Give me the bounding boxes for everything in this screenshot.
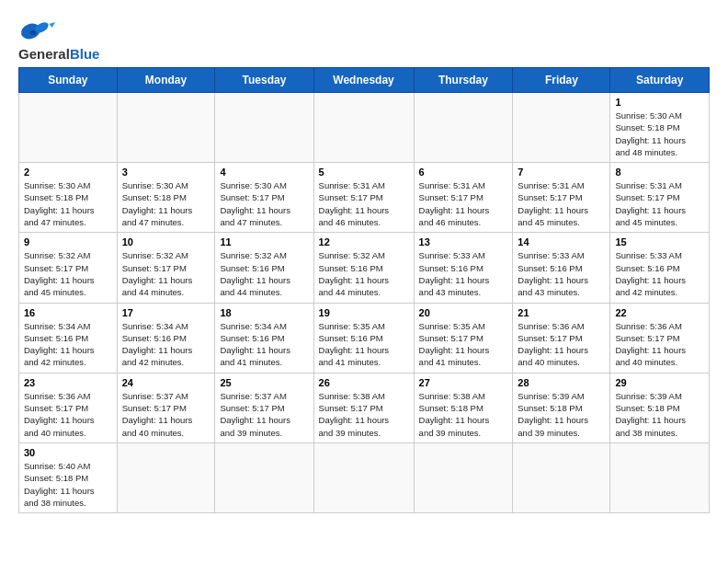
day-info: Sunrise: 5:31 AM Sunset: 5:17 PM Dayligh…: [319, 179, 409, 228]
calendar-cell: 1Sunrise: 5:30 AM Sunset: 5:18 PM Daylig…: [610, 93, 710, 163]
weekday-header-row: SundayMondayTuesdayWednesdayThursdayFrid…: [19, 68, 710, 93]
weekday-header-saturday: Saturday: [610, 68, 710, 93]
calendar-cell: 29Sunrise: 5:39 AM Sunset: 5:18 PM Dayli…: [610, 373, 710, 442]
calendar-cell: 2Sunrise: 5:30 AM Sunset: 5:18 PM Daylig…: [19, 163, 118, 233]
calendar-cell: 15Sunrise: 5:33 AM Sunset: 5:16 PM Dayli…: [610, 233, 710, 303]
day-number: 11: [220, 236, 308, 247]
weekday-header-thursday: Thursday: [414, 68, 513, 93]
calendar-cell: 20Sunrise: 5:35 AM Sunset: 5:17 PM Dayli…: [414, 303, 513, 373]
weekday-header-monday: Monday: [117, 68, 215, 93]
calendar-cell: [117, 93, 215, 163]
calendar-cell: 21Sunrise: 5:36 AM Sunset: 5:17 PM Dayli…: [513, 303, 610, 373]
day-number: 13: [419, 236, 508, 247]
day-number: 21: [518, 307, 605, 318]
day-info: Sunrise: 5:39 AM Sunset: 5:18 PM Dayligh…: [615, 390, 704, 439]
calendar-cell: 22Sunrise: 5:36 AM Sunset: 5:17 PM Dayli…: [610, 303, 710, 373]
calendar-cell: 14Sunrise: 5:33 AM Sunset: 5:16 PM Dayli…: [513, 233, 610, 303]
calendar-cell: [215, 93, 313, 163]
day-number: 4: [220, 167, 308, 178]
day-info: Sunrise: 5:34 AM Sunset: 5:16 PM Dayligh…: [220, 320, 308, 369]
day-number: 15: [615, 236, 704, 247]
day-number: 23: [24, 377, 112, 388]
calendar-week-5: 23Sunrise: 5:36 AM Sunset: 5:17 PM Dayli…: [19, 373, 710, 442]
day-info: Sunrise: 5:37 AM Sunset: 5:17 PM Dayligh…: [122, 390, 210, 439]
day-info: Sunrise: 5:36 AM Sunset: 5:17 PM Dayligh…: [615, 320, 704, 369]
logo-text-blue: Blue: [70, 46, 100, 62]
weekday-header-friday: Friday: [513, 68, 610, 93]
calendar-cell: 27Sunrise: 5:38 AM Sunset: 5:18 PM Dayli…: [414, 373, 513, 442]
calendar-cell: 12Sunrise: 5:32 AM Sunset: 5:16 PM Dayli…: [313, 233, 414, 303]
calendar-cell: [414, 442, 513, 512]
day-info: Sunrise: 5:31 AM Sunset: 5:17 PM Dayligh…: [419, 179, 508, 228]
calendar-week-3: 9Sunrise: 5:32 AM Sunset: 5:17 PM Daylig…: [19, 233, 710, 303]
logo: General Blue: [18, 18, 99, 62]
calendar-cell: [313, 442, 414, 512]
day-number: 18: [220, 307, 308, 318]
calendar-cell: 10Sunrise: 5:32 AM Sunset: 5:17 PM Dayli…: [117, 233, 215, 303]
day-number: 16: [24, 307, 112, 318]
logo-icon: [18, 18, 55, 44]
day-number: 1: [615, 97, 704, 108]
calendar-cell: 19Sunrise: 5:35 AM Sunset: 5:16 PM Dayli…: [313, 303, 414, 373]
calendar-cell: [117, 442, 215, 512]
calendar-cell: [513, 93, 610, 163]
day-number: 17: [122, 307, 210, 318]
day-info: Sunrise: 5:30 AM Sunset: 5:18 PM Dayligh…: [615, 109, 704, 158]
calendar-cell: 26Sunrise: 5:38 AM Sunset: 5:17 PM Dayli…: [313, 373, 414, 442]
day-info: Sunrise: 5:37 AM Sunset: 5:17 PM Dayligh…: [220, 390, 308, 439]
day-number: 9: [24, 236, 112, 247]
day-info: Sunrise: 5:35 AM Sunset: 5:17 PM Dayligh…: [419, 320, 508, 369]
calendar-cell: 25Sunrise: 5:37 AM Sunset: 5:17 PM Dayli…: [215, 373, 313, 442]
day-info: Sunrise: 5:33 AM Sunset: 5:16 PM Dayligh…: [615, 249, 704, 298]
day-number: 10: [122, 236, 210, 247]
page-header: General Blue: [18, 15, 710, 62]
calendar-body: 1Sunrise: 5:30 AM Sunset: 5:18 PM Daylig…: [19, 93, 710, 513]
calendar-cell: 7Sunrise: 5:31 AM Sunset: 5:17 PM Daylig…: [513, 163, 610, 233]
day-info: Sunrise: 5:38 AM Sunset: 5:18 PM Dayligh…: [419, 390, 508, 439]
day-number: 20: [419, 307, 508, 318]
day-info: Sunrise: 5:38 AM Sunset: 5:17 PM Dayligh…: [319, 390, 409, 439]
day-number: 30: [24, 447, 112, 458]
day-info: Sunrise: 5:32 AM Sunset: 5:17 PM Dayligh…: [24, 249, 112, 298]
day-info: Sunrise: 5:32 AM Sunset: 5:17 PM Dayligh…: [122, 249, 210, 298]
calendar-week-4: 16Sunrise: 5:34 AM Sunset: 5:16 PM Dayli…: [19, 303, 710, 373]
day-info: Sunrise: 5:34 AM Sunset: 5:16 PM Dayligh…: [24, 320, 112, 369]
day-number: 29: [615, 377, 704, 388]
calendar-cell: 5Sunrise: 5:31 AM Sunset: 5:17 PM Daylig…: [313, 163, 414, 233]
calendar-cell: 30Sunrise: 5:40 AM Sunset: 5:18 PM Dayli…: [19, 442, 118, 512]
weekday-header-sunday: Sunday: [19, 68, 118, 93]
day-number: 7: [518, 167, 605, 178]
day-number: 5: [319, 167, 409, 178]
day-number: 19: [319, 307, 409, 318]
calendar-cell: 3Sunrise: 5:30 AM Sunset: 5:18 PM Daylig…: [117, 163, 215, 233]
calendar-cell: 17Sunrise: 5:34 AM Sunset: 5:16 PM Dayli…: [117, 303, 215, 373]
day-number: 28: [518, 377, 605, 388]
calendar-cell: [610, 442, 710, 512]
day-number: 27: [419, 377, 508, 388]
calendar-cell: 11Sunrise: 5:32 AM Sunset: 5:16 PM Dayli…: [215, 233, 313, 303]
calendar-cell: [215, 442, 313, 512]
day-info: Sunrise: 5:39 AM Sunset: 5:18 PM Dayligh…: [518, 390, 605, 439]
calendar-cell: 8Sunrise: 5:31 AM Sunset: 5:17 PM Daylig…: [610, 163, 710, 233]
calendar-cell: 24Sunrise: 5:37 AM Sunset: 5:17 PM Dayli…: [117, 373, 215, 442]
weekday-header-wednesday: Wednesday: [313, 68, 414, 93]
day-info: Sunrise: 5:36 AM Sunset: 5:17 PM Dayligh…: [518, 320, 605, 369]
logo-text-general: General: [18, 46, 70, 62]
calendar-week-1: 1Sunrise: 5:30 AM Sunset: 5:18 PM Daylig…: [19, 93, 710, 163]
day-info: Sunrise: 5:31 AM Sunset: 5:17 PM Dayligh…: [615, 179, 704, 228]
calendar-cell: 13Sunrise: 5:33 AM Sunset: 5:16 PM Dayli…: [414, 233, 513, 303]
day-info: Sunrise: 5:31 AM Sunset: 5:17 PM Dayligh…: [518, 179, 605, 228]
day-info: Sunrise: 5:30 AM Sunset: 5:18 PM Dayligh…: [24, 179, 112, 228]
calendar-cell: 28Sunrise: 5:39 AM Sunset: 5:18 PM Dayli…: [513, 373, 610, 442]
calendar-cell: [414, 93, 513, 163]
day-number: 14: [518, 236, 605, 247]
day-number: 25: [220, 377, 308, 388]
calendar-cell: 16Sunrise: 5:34 AM Sunset: 5:16 PM Dayli…: [19, 303, 118, 373]
day-info: Sunrise: 5:35 AM Sunset: 5:16 PM Dayligh…: [319, 320, 409, 369]
calendar-table: SundayMondayTuesdayWednesdayThursdayFrid…: [18, 67, 710, 513]
day-number: 2: [24, 167, 112, 178]
day-number: 24: [122, 377, 210, 388]
calendar-cell: 18Sunrise: 5:34 AM Sunset: 5:16 PM Dayli…: [215, 303, 313, 373]
day-info: Sunrise: 5:34 AM Sunset: 5:16 PM Dayligh…: [122, 320, 210, 369]
day-number: 22: [615, 307, 704, 318]
